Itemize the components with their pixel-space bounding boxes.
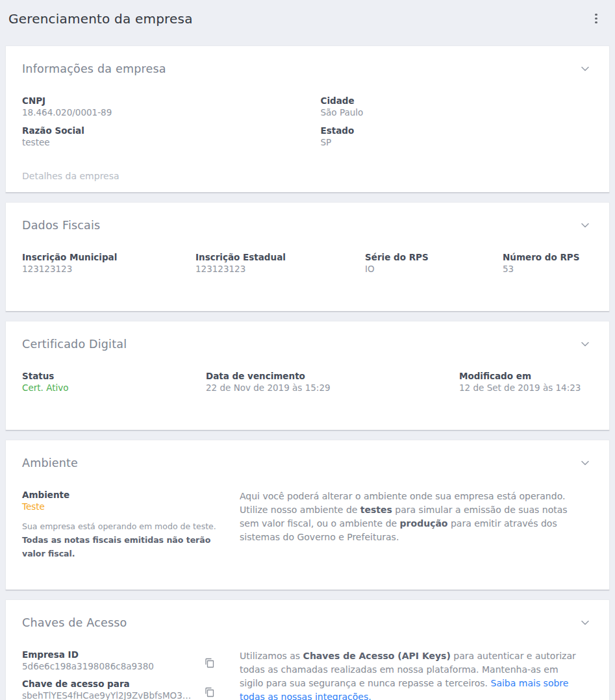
chevron-down-icon[interactable] [577, 336, 593, 352]
field-value: IO [365, 264, 503, 275]
field-chave-acesso: Chave de acesso para sbehTlYES4fHCae9yYl… [22, 679, 192, 700]
field-label: Razão Social [22, 125, 295, 136]
description-bold: produção [400, 518, 448, 529]
chevron-down-icon[interactable] [577, 455, 593, 471]
access-keys-right-column: Utilizamos as Chaves de Acesso (API Keys… [240, 649, 579, 700]
field-value: 123123123 [195, 264, 365, 275]
field-inscricao-estadual: Inscrição Estadual 123123123 [195, 252, 365, 275]
field-label: Inscrição Estadual [195, 252, 365, 263]
field-label: Cidade [321, 95, 594, 106]
field-value: 53 [503, 264, 593, 275]
cards-container: Informações da empresa CNPJ 18.464.020/0… [0, 37, 615, 700]
access-keys-description: Utilizamos as Chaves de Acesso (API Keys… [240, 649, 579, 700]
field-numero-rps: Número do RPS 53 [503, 252, 593, 275]
card-company-info-header: Informações da empresa [22, 61, 593, 77]
field-inscricao-municipal: Inscrição Municipal 123123123 [22, 252, 195, 275]
field-empresa-id: Empresa ID 5d6e6c198a3198086c8a9380 [22, 649, 192, 672]
card-company-info-title: Informações da empresa [22, 62, 166, 75]
description-bold: testes [360, 505, 392, 515]
card-access-keys: Chaves de Acesso Empresa ID 5d6e6c198a31… [5, 599, 610, 700]
field-label: Ambiente [22, 490, 225, 501]
field-cidade: Cidade São Paulo [321, 95, 594, 118]
company-id-row: Empresa ID 5d6e6c198a3198086c8a9380 [22, 649, 225, 672]
field-serie-rps: Série do RPS IO [365, 252, 503, 275]
card-environment-header: Ambiente [22, 455, 593, 471]
field-label: Inscrição Municipal [22, 252, 195, 263]
field-cnpj: CNPJ 18.464.020/0001-89 [22, 95, 295, 118]
field-razao-social: Razão Social testee [22, 125, 295, 148]
card-environment: Ambiente Ambiente Teste Sua empresa está… [5, 440, 610, 590]
card-fiscal-data-title: Dados Fiscais [22, 219, 100, 232]
field-ambiente: Ambiente Teste [22, 490, 225, 512]
card-access-keys-title: Chaves de Acesso [22, 616, 127, 629]
field-estado: Estado SP [321, 125, 594, 148]
field-label: Empresa ID [22, 649, 192, 660]
card-access-keys-header: Chaves de Acesso [22, 615, 593, 631]
chevron-down-icon[interactable] [577, 61, 593, 77]
copy-icon[interactable] [204, 657, 215, 668]
access-keys-left-column: Empresa ID 5d6e6c198a3198086c8a9380 Chav… [22, 649, 225, 700]
card-digital-certificate-header: Certificado Digital [22, 336, 593, 352]
certificate-fields: Status Cert. Ativo Data de vencimento 22… [22, 371, 593, 401]
field-value: 12 de Set de 2019 às 14:23 [459, 382, 593, 394]
company-details-link[interactable]: Detalhes da empresa [22, 171, 119, 181]
card-fiscal-data: Dados Fiscais Inscrição Municipal 123123… [5, 202, 610, 312]
field-label: Chave de acesso para [22, 679, 192, 690]
field-value: SP [321, 137, 594, 148]
kebab-menu-icon[interactable] [588, 10, 605, 27]
environment-right-column: Aqui você poderá alterar o ambiente onde… [240, 490, 579, 560]
description-text: Utilizamos as [240, 651, 303, 661]
card-environment-title: Ambiente [22, 456, 78, 469]
field-value: 22 de Nov de 2019 às 15:29 [206, 382, 459, 394]
environment-content: Ambiente Teste Sua empresa está operando… [22, 490, 593, 560]
field-value: 18.464.020/0001-89 [22, 107, 295, 118]
chevron-down-icon[interactable] [577, 218, 593, 233]
field-modificado-em: Modificado em 12 de Set de 2019 às 14:23 [459, 371, 593, 394]
copy-icon[interactable] [204, 686, 215, 697]
chevron-down-icon[interactable] [577, 615, 593, 631]
environment-note: Sua empresa está operando em modo de tes… [22, 519, 225, 533]
field-label: Estado [321, 125, 594, 136]
field-label: CNPJ [22, 95, 295, 106]
field-label: Modificado em [459, 371, 593, 382]
card-fiscal-data-header: Dados Fiscais [22, 218, 593, 233]
field-value: 5d6e6c198a3198086c8a9380 [22, 661, 192, 672]
access-keys-content: Empresa ID 5d6e6c198a3198086c8a9380 Chav… [22, 649, 593, 700]
field-label: Data de vencimento [206, 371, 459, 382]
page-header: Gerenciamento da empresa [0, 0, 615, 37]
company-info-fields: CNPJ 18.464.020/0001-89 Cidade São Paulo… [22, 95, 593, 155]
field-label: Número do RPS [503, 252, 593, 263]
environment-description: Aqui você poderá alterar o ambiente onde… [240, 490, 579, 544]
card-company-info: Informações da empresa CNPJ 18.464.020/0… [5, 45, 610, 193]
card-digital-certificate: Certificado Digital Status Cert. Ativo D… [5, 321, 610, 431]
field-label: Status [22, 371, 206, 382]
environment-left-column: Ambiente Teste Sua empresa está operando… [22, 490, 225, 560]
fiscal-fields: Inscrição Municipal 123123123 Inscrição … [22, 252, 593, 282]
field-data-vencimento: Data de vencimento 22 de Nov de 2019 às … [206, 371, 459, 394]
field-value: São Paulo [321, 107, 594, 118]
field-value: sbehTlYES4fHCae9yYl2J9ZvBbfsMO3I... [22, 690, 192, 700]
access-key-row: Chave de acesso para sbehTlYES4fHCae9yYl… [22, 679, 225, 700]
field-label: Série do RPS [365, 252, 503, 263]
page-title: Gerenciamento da empresa [8, 11, 193, 27]
field-value: testee [22, 137, 295, 148]
description-bold: Chaves de Acesso (API Keys) [303, 651, 451, 661]
environment-note-bold: Todas as notas fiscais emitidas não terã… [22, 533, 225, 560]
environment-mode-badge: Teste [22, 501, 225, 512]
certificate-status-badge: Cert. Ativo [22, 382, 206, 394]
field-status: Status Cert. Ativo [22, 371, 206, 394]
card-digital-certificate-title: Certificado Digital [22, 338, 127, 351]
field-value: 123123123 [22, 264, 195, 275]
